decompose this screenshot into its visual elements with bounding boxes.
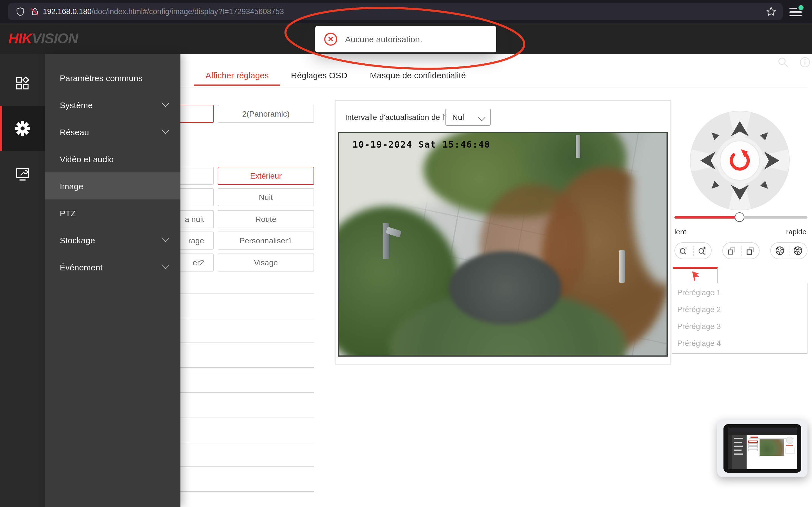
row-divider bbox=[181, 392, 314, 393]
screenshot-thumbnail[interactable] bbox=[717, 420, 808, 477]
iris-open-button[interactable] bbox=[789, 245, 807, 256]
mini-menu-line bbox=[734, 453, 743, 454]
flag-icon bbox=[690, 270, 700, 282]
menu-item-label: Événement bbox=[60, 262, 103, 272]
browser-toolbar: 192.168.0.180/doc/index.html#/config/ima… bbox=[0, 0, 812, 24]
mini-preset-panel bbox=[785, 447, 795, 454]
row-divider bbox=[181, 491, 314, 492]
mini-menu-line bbox=[734, 442, 742, 443]
preset-item[interactable]: Préréglage 2 bbox=[677, 305, 721, 314]
row-divider bbox=[181, 367, 314, 368]
toast-message: Aucune autorisation. bbox=[345, 34, 422, 44]
fast-label: rapide bbox=[786, 228, 806, 236]
mini-slider bbox=[786, 445, 793, 446]
menu-item-parametres-communs[interactable]: Paramètres communs bbox=[45, 64, 181, 91]
focus-button-group bbox=[722, 242, 760, 259]
menu-item-evenement[interactable]: Événement bbox=[45, 253, 181, 281]
menu-item-systeme[interactable]: Système bbox=[45, 91, 181, 118]
hikvision-logo: HIKVISION bbox=[8, 31, 78, 47]
tab-osd-settings[interactable]: Réglages OSD bbox=[289, 66, 350, 84]
maintenance-monitor-icon bbox=[15, 166, 31, 182]
mini-ptz-wheel bbox=[786, 437, 794, 444]
bollard-post bbox=[619, 250, 625, 283]
focus-far-icon bbox=[746, 246, 755, 256]
mini-rail bbox=[728, 435, 732, 469]
zoom-out-button[interactable] bbox=[675, 246, 693, 256]
row-divider bbox=[181, 442, 314, 442]
rail-item-settings[interactable] bbox=[0, 106, 45, 151]
chevron-down-icon bbox=[162, 100, 169, 107]
menu-item-video-audio[interactable]: Vidéo et audio bbox=[45, 145, 181, 172]
row-divider bbox=[181, 293, 314, 293]
preset-item[interactable]: Préréglage 1 bbox=[677, 288, 721, 297]
tab-display-settings[interactable]: Afficher réglages bbox=[194, 66, 280, 84]
insecure-lock-icon[interactable] bbox=[30, 7, 40, 17]
menu-hamburger-icon[interactable] bbox=[790, 8, 802, 16]
zoom-in-button[interactable] bbox=[693, 246, 711, 256]
apps-grid-icon bbox=[15, 76, 30, 91]
scene-route-button[interactable]: Route bbox=[218, 210, 314, 228]
chevron-down-icon bbox=[162, 262, 169, 269]
focus-near-button[interactable] bbox=[723, 246, 741, 256]
active-indicator bbox=[0, 106, 2, 151]
scene-nuit-button[interactable]: Nuit bbox=[218, 188, 314, 206]
zoom-out-icon bbox=[679, 246, 689, 256]
menu-item-image[interactable]: Image bbox=[45, 172, 181, 200]
iris-open-icon bbox=[793, 245, 803, 256]
nav-rail bbox=[0, 54, 45, 507]
mini-menu-line bbox=[734, 438, 743, 439]
tab-privacy-mask[interactable]: Masque de confidentialité bbox=[369, 66, 466, 84]
error-toast: ✕ Aucune autorisation. bbox=[315, 26, 496, 52]
search-icon[interactable] bbox=[777, 56, 789, 68]
mini-browser-bar bbox=[728, 428, 797, 432]
preset-item[interactable]: Préréglage 3 bbox=[677, 322, 721, 331]
gear-icon bbox=[14, 120, 31, 137]
menu-item-label: Vidéo et audio bbox=[60, 154, 114, 164]
camera-live-image: 10-19-2024 Sat 15:46:48 bbox=[338, 132, 668, 356]
tab-border-line bbox=[181, 86, 808, 86]
focus-far-button[interactable] bbox=[741, 246, 759, 256]
menu-item-label: Stockage bbox=[60, 235, 95, 245]
bollard-post bbox=[576, 135, 580, 158]
chevron-down-icon bbox=[162, 127, 169, 134]
menu-item-label: PTZ bbox=[60, 208, 76, 218]
menu-item-reseau[interactable]: Réseau bbox=[45, 118, 181, 145]
url-text: 192.168.0.180/doc/index.html#/config/ima… bbox=[43, 7, 284, 16]
error-circle-x-icon: ✕ bbox=[324, 33, 337, 46]
ptz-control-wheel[interactable] bbox=[689, 110, 791, 211]
menu-item-label: Système bbox=[60, 100, 93, 110]
speed-slider-knob[interactable] bbox=[735, 212, 744, 222]
mini-active-tab bbox=[751, 437, 758, 438]
mini-button bbox=[748, 441, 758, 443]
mini-menu-line bbox=[734, 446, 743, 446]
scene-panoramic-button[interactable]: 2(Panoramic) bbox=[218, 105, 314, 123]
scene-visage-button[interactable]: Visage bbox=[218, 253, 314, 272]
rail-item-dashboard[interactable] bbox=[0, 61, 45, 106]
tab-presets[interactable] bbox=[673, 267, 718, 283]
shield-icon[interactable] bbox=[15, 7, 26, 17]
preset-item[interactable]: Préréglage 4 bbox=[677, 339, 721, 348]
chevron-down-icon bbox=[162, 235, 169, 242]
tablet-frame bbox=[723, 424, 801, 473]
menu-item-stockage[interactable]: Stockage bbox=[45, 226, 181, 253]
scene-personnaliser1-button[interactable]: Personnaliser1 bbox=[218, 231, 314, 249]
row-divider bbox=[181, 417, 314, 417]
mini-camera-image bbox=[760, 439, 784, 456]
bookmark-star-icon[interactable] bbox=[766, 6, 776, 17]
zoom-button-group bbox=[674, 242, 712, 259]
menu-item-ptz[interactable]: PTZ bbox=[45, 200, 181, 226]
scene-exterieur-button[interactable]: Extérieur bbox=[218, 167, 314, 185]
focus-near-icon bbox=[727, 246, 737, 256]
iris-close-button[interactable] bbox=[771, 245, 789, 256]
refresh-interval-select[interactable]: Nul bbox=[446, 109, 491, 126]
gravel-patch bbox=[449, 251, 562, 325]
mini-menu-line bbox=[734, 450, 742, 450]
address-bar[interactable]: 192.168.0.180/doc/index.html#/config/ima… bbox=[8, 3, 783, 20]
info-icon[interactable] bbox=[799, 56, 811, 68]
mini-button bbox=[748, 449, 758, 451]
zoom-in-icon bbox=[698, 246, 707, 256]
tablet-screen bbox=[728, 428, 797, 469]
iris-button-group bbox=[770, 242, 808, 259]
rail-item-maintenance[interactable] bbox=[0, 152, 45, 196]
mini-header bbox=[728, 432, 797, 435]
